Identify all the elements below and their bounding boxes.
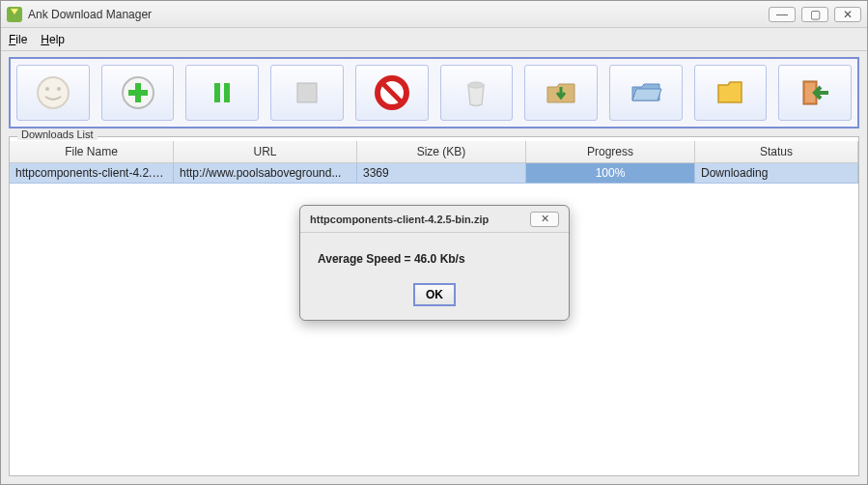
pause-button[interactable] bbox=[185, 65, 259, 121]
svg-rect-7 bbox=[224, 83, 230, 102]
window-title: Ank Download Manager bbox=[28, 8, 769, 21]
smiley-button[interactable] bbox=[16, 65, 90, 121]
svg-point-0 bbox=[38, 77, 69, 108]
group-label: Downloads List bbox=[17, 128, 98, 140]
open-folder-button[interactable] bbox=[609, 65, 683, 121]
dialog-text: Average Speed = 46.0 Kb/s bbox=[318, 252, 551, 266]
trash-button[interactable] bbox=[440, 65, 514, 121]
stop-square-button[interactable] bbox=[270, 65, 344, 121]
col-file[interactable]: File Name bbox=[10, 141, 174, 162]
svg-point-12 bbox=[468, 82, 484, 88]
exit-icon bbox=[796, 73, 834, 112]
cell-size: 3369 bbox=[357, 163, 526, 183]
cell-url: http://www.poolsaboveground... bbox=[174, 163, 357, 183]
menu-help[interactable]: Help bbox=[41, 33, 65, 46]
download-folder-icon bbox=[542, 73, 580, 112]
folder-icon bbox=[711, 73, 749, 112]
add-button[interactable] bbox=[101, 65, 175, 121]
speed-dialog: httpcomponents-client-4.2.5-bin.zip ✕ Av… bbox=[299, 205, 570, 321]
svg-rect-6 bbox=[214, 83, 220, 102]
ok-button[interactable]: OK bbox=[413, 283, 456, 306]
trash-icon bbox=[457, 73, 495, 112]
dialog-close-button[interactable]: ✕ bbox=[530, 212, 559, 227]
cell-status: Downloading bbox=[695, 163, 858, 183]
maximize-button[interactable]: ▢ bbox=[801, 7, 828, 22]
table-header: File Name URL Size (KB) Progress Status bbox=[10, 141, 858, 163]
col-status[interactable]: Status bbox=[695, 141, 858, 162]
svg-point-2 bbox=[57, 87, 61, 91]
square-icon bbox=[288, 73, 326, 112]
close-button[interactable]: ✕ bbox=[834, 7, 861, 22]
download-folder-button[interactable] bbox=[524, 65, 598, 121]
stop-icon bbox=[373, 73, 411, 112]
toolbar bbox=[9, 57, 859, 128]
pause-icon bbox=[203, 73, 241, 112]
app-icon bbox=[7, 7, 22, 22]
col-progress[interactable]: Progress bbox=[526, 141, 695, 162]
dialog-body: Average Speed = 46.0 Kb/s bbox=[300, 233, 569, 277]
folder-button[interactable] bbox=[694, 65, 768, 121]
svg-rect-8 bbox=[297, 83, 317, 102]
col-url[interactable]: URL bbox=[174, 141, 357, 162]
plus-icon bbox=[119, 73, 157, 112]
dialog-titlebar[interactable]: httpcomponents-client-4.2.5-bin.zip ✕ bbox=[300, 206, 569, 233]
titlebar[interactable]: Ank Download Manager — ▢ ✕ bbox=[1, 1, 867, 28]
col-size[interactable]: Size (KB) bbox=[357, 141, 526, 162]
exit-button[interactable] bbox=[778, 65, 852, 121]
cell-progress: 100% bbox=[526, 163, 695, 183]
table-row[interactable]: httpcomponents-client-4.2.5-... http://w… bbox=[10, 163, 858, 184]
svg-rect-5 bbox=[128, 90, 148, 96]
cell-file: httpcomponents-client-4.2.5-... bbox=[10, 163, 174, 183]
menu-file[interactable]: File bbox=[9, 33, 27, 46]
smiley-icon bbox=[34, 73, 72, 112]
dialog-title: httpcomponents-client-4.2.5-bin.zip bbox=[310, 214, 530, 225]
stop-button[interactable] bbox=[355, 65, 429, 121]
minimize-button[interactable]: — bbox=[769, 7, 796, 22]
menubar: File Help bbox=[1, 28, 867, 51]
open-folder-icon bbox=[627, 73, 665, 112]
svg-point-1 bbox=[45, 87, 49, 91]
